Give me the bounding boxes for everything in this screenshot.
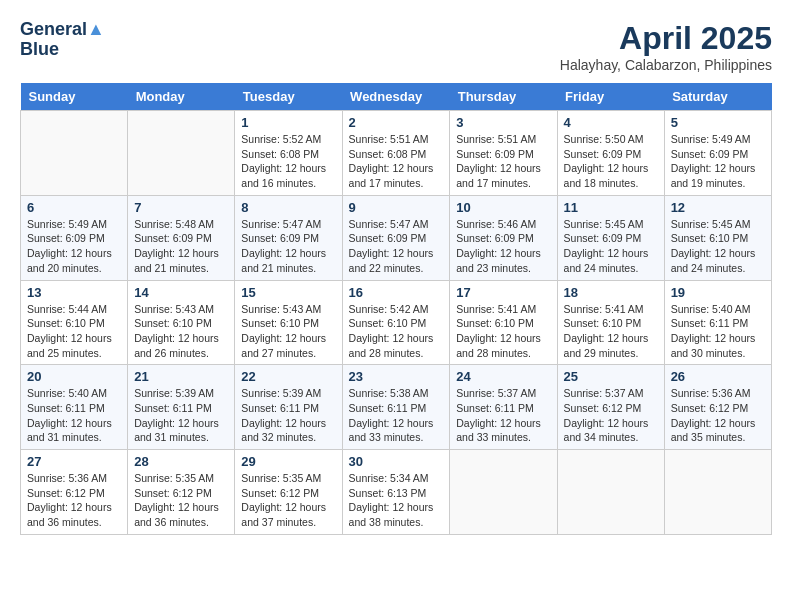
col-saturday: Saturday bbox=[664, 83, 771, 111]
week-row-4: 20Sunrise: 5:40 AM Sunset: 6:11 PM Dayli… bbox=[21, 365, 772, 450]
day-detail: Sunrise: 5:52 AM Sunset: 6:08 PM Dayligh… bbox=[241, 132, 335, 191]
day-detail: Sunrise: 5:48 AM Sunset: 6:09 PM Dayligh… bbox=[134, 217, 228, 276]
week-row-1: 1Sunrise: 5:52 AM Sunset: 6:08 PM Daylig… bbox=[21, 111, 772, 196]
day-number: 9 bbox=[349, 200, 444, 215]
day-detail: Sunrise: 5:44 AM Sunset: 6:10 PM Dayligh… bbox=[27, 302, 121, 361]
day-detail: Sunrise: 5:49 AM Sunset: 6:09 PM Dayligh… bbox=[671, 132, 765, 191]
day-number: 15 bbox=[241, 285, 335, 300]
day-number: 27 bbox=[27, 454, 121, 469]
week-row-3: 13Sunrise: 5:44 AM Sunset: 6:10 PM Dayli… bbox=[21, 280, 772, 365]
day-number: 21 bbox=[134, 369, 228, 384]
page-header: General▲Blue April 2025 Halayhay, Calaba… bbox=[20, 20, 772, 73]
day-detail: Sunrise: 5:51 AM Sunset: 6:09 PM Dayligh… bbox=[456, 132, 550, 191]
calendar-cell: 11Sunrise: 5:45 AM Sunset: 6:09 PM Dayli… bbox=[557, 195, 664, 280]
calendar-cell: 24Sunrise: 5:37 AM Sunset: 6:11 PM Dayli… bbox=[450, 365, 557, 450]
day-number: 6 bbox=[27, 200, 121, 215]
day-number: 16 bbox=[349, 285, 444, 300]
week-row-5: 27Sunrise: 5:36 AM Sunset: 6:12 PM Dayli… bbox=[21, 450, 772, 535]
day-number: 7 bbox=[134, 200, 228, 215]
calendar-cell: 26Sunrise: 5:36 AM Sunset: 6:12 PM Dayli… bbox=[664, 365, 771, 450]
day-detail: Sunrise: 5:41 AM Sunset: 6:10 PM Dayligh… bbox=[564, 302, 658, 361]
calendar-cell: 29Sunrise: 5:35 AM Sunset: 6:12 PM Dayli… bbox=[235, 450, 342, 535]
calendar-cell: 10Sunrise: 5:46 AM Sunset: 6:09 PM Dayli… bbox=[450, 195, 557, 280]
day-number: 30 bbox=[349, 454, 444, 469]
day-number: 10 bbox=[456, 200, 550, 215]
calendar-cell: 3Sunrise: 5:51 AM Sunset: 6:09 PM Daylig… bbox=[450, 111, 557, 196]
calendar-table: Sunday Monday Tuesday Wednesday Thursday… bbox=[20, 83, 772, 535]
day-number: 19 bbox=[671, 285, 765, 300]
day-detail: Sunrise: 5:47 AM Sunset: 6:09 PM Dayligh… bbox=[241, 217, 335, 276]
day-number: 29 bbox=[241, 454, 335, 469]
day-detail: Sunrise: 5:40 AM Sunset: 6:11 PM Dayligh… bbox=[27, 386, 121, 445]
calendar-cell: 15Sunrise: 5:43 AM Sunset: 6:10 PM Dayli… bbox=[235, 280, 342, 365]
day-detail: Sunrise: 5:34 AM Sunset: 6:13 PM Dayligh… bbox=[349, 471, 444, 530]
day-detail: Sunrise: 5:37 AM Sunset: 6:11 PM Dayligh… bbox=[456, 386, 550, 445]
day-number: 4 bbox=[564, 115, 658, 130]
calendar-cell: 5Sunrise: 5:49 AM Sunset: 6:09 PM Daylig… bbox=[664, 111, 771, 196]
day-number: 20 bbox=[27, 369, 121, 384]
day-detail: Sunrise: 5:36 AM Sunset: 6:12 PM Dayligh… bbox=[671, 386, 765, 445]
day-number: 2 bbox=[349, 115, 444, 130]
day-detail: Sunrise: 5:38 AM Sunset: 6:11 PM Dayligh… bbox=[349, 386, 444, 445]
day-number: 3 bbox=[456, 115, 550, 130]
calendar-cell: 21Sunrise: 5:39 AM Sunset: 6:11 PM Dayli… bbox=[128, 365, 235, 450]
calendar-cell: 27Sunrise: 5:36 AM Sunset: 6:12 PM Dayli… bbox=[21, 450, 128, 535]
calendar-cell: 12Sunrise: 5:45 AM Sunset: 6:10 PM Dayli… bbox=[664, 195, 771, 280]
day-detail: Sunrise: 5:50 AM Sunset: 6:09 PM Dayligh… bbox=[564, 132, 658, 191]
day-number: 5 bbox=[671, 115, 765, 130]
calendar-cell bbox=[450, 450, 557, 535]
calendar-cell: 7Sunrise: 5:48 AM Sunset: 6:09 PM Daylig… bbox=[128, 195, 235, 280]
day-detail: Sunrise: 5:41 AM Sunset: 6:10 PM Dayligh… bbox=[456, 302, 550, 361]
calendar-cell: 9Sunrise: 5:47 AM Sunset: 6:09 PM Daylig… bbox=[342, 195, 450, 280]
day-detail: Sunrise: 5:39 AM Sunset: 6:11 PM Dayligh… bbox=[241, 386, 335, 445]
day-number: 17 bbox=[456, 285, 550, 300]
col-monday: Monday bbox=[128, 83, 235, 111]
title-block: April 2025 Halayhay, Calabarzon, Philipp… bbox=[560, 20, 772, 73]
day-detail: Sunrise: 5:47 AM Sunset: 6:09 PM Dayligh… bbox=[349, 217, 444, 276]
calendar-cell bbox=[557, 450, 664, 535]
day-detail: Sunrise: 5:35 AM Sunset: 6:12 PM Dayligh… bbox=[241, 471, 335, 530]
col-thursday: Thursday bbox=[450, 83, 557, 111]
logo-text: General▲Blue bbox=[20, 20, 105, 60]
location-title: Halayhay, Calabarzon, Philippines bbox=[560, 57, 772, 73]
calendar-cell bbox=[21, 111, 128, 196]
calendar-cell bbox=[664, 450, 771, 535]
day-number: 25 bbox=[564, 369, 658, 384]
day-detail: Sunrise: 5:51 AM Sunset: 6:08 PM Dayligh… bbox=[349, 132, 444, 191]
col-friday: Friday bbox=[557, 83, 664, 111]
day-number: 26 bbox=[671, 369, 765, 384]
day-number: 14 bbox=[134, 285, 228, 300]
day-detail: Sunrise: 5:39 AM Sunset: 6:11 PM Dayligh… bbox=[134, 386, 228, 445]
day-detail: Sunrise: 5:45 AM Sunset: 6:09 PM Dayligh… bbox=[564, 217, 658, 276]
calendar-cell: 4Sunrise: 5:50 AM Sunset: 6:09 PM Daylig… bbox=[557, 111, 664, 196]
calendar-cell: 17Sunrise: 5:41 AM Sunset: 6:10 PM Dayli… bbox=[450, 280, 557, 365]
day-number: 28 bbox=[134, 454, 228, 469]
calendar-cell: 19Sunrise: 5:40 AM Sunset: 6:11 PM Dayli… bbox=[664, 280, 771, 365]
col-wednesday: Wednesday bbox=[342, 83, 450, 111]
calendar-cell: 25Sunrise: 5:37 AM Sunset: 6:12 PM Dayli… bbox=[557, 365, 664, 450]
calendar-cell: 30Sunrise: 5:34 AM Sunset: 6:13 PM Dayli… bbox=[342, 450, 450, 535]
calendar-cell: 18Sunrise: 5:41 AM Sunset: 6:10 PM Dayli… bbox=[557, 280, 664, 365]
calendar-cell: 2Sunrise: 5:51 AM Sunset: 6:08 PM Daylig… bbox=[342, 111, 450, 196]
day-number: 23 bbox=[349, 369, 444, 384]
calendar-header-row: Sunday Monday Tuesday Wednesday Thursday… bbox=[21, 83, 772, 111]
day-detail: Sunrise: 5:46 AM Sunset: 6:09 PM Dayligh… bbox=[456, 217, 550, 276]
col-tuesday: Tuesday bbox=[235, 83, 342, 111]
calendar-cell: 6Sunrise: 5:49 AM Sunset: 6:09 PM Daylig… bbox=[21, 195, 128, 280]
day-number: 13 bbox=[27, 285, 121, 300]
calendar-cell: 23Sunrise: 5:38 AM Sunset: 6:11 PM Dayli… bbox=[342, 365, 450, 450]
day-detail: Sunrise: 5:37 AM Sunset: 6:12 PM Dayligh… bbox=[564, 386, 658, 445]
day-number: 22 bbox=[241, 369, 335, 384]
calendar-cell: 13Sunrise: 5:44 AM Sunset: 6:10 PM Dayli… bbox=[21, 280, 128, 365]
calendar-cell bbox=[128, 111, 235, 196]
day-detail: Sunrise: 5:40 AM Sunset: 6:11 PM Dayligh… bbox=[671, 302, 765, 361]
day-detail: Sunrise: 5:42 AM Sunset: 6:10 PM Dayligh… bbox=[349, 302, 444, 361]
day-number: 8 bbox=[241, 200, 335, 215]
calendar-cell: 22Sunrise: 5:39 AM Sunset: 6:11 PM Dayli… bbox=[235, 365, 342, 450]
calendar-cell: 1Sunrise: 5:52 AM Sunset: 6:08 PM Daylig… bbox=[235, 111, 342, 196]
day-detail: Sunrise: 5:49 AM Sunset: 6:09 PM Dayligh… bbox=[27, 217, 121, 276]
calendar-cell: 28Sunrise: 5:35 AM Sunset: 6:12 PM Dayli… bbox=[128, 450, 235, 535]
day-number: 1 bbox=[241, 115, 335, 130]
logo: General▲Blue bbox=[20, 20, 105, 60]
day-number: 12 bbox=[671, 200, 765, 215]
